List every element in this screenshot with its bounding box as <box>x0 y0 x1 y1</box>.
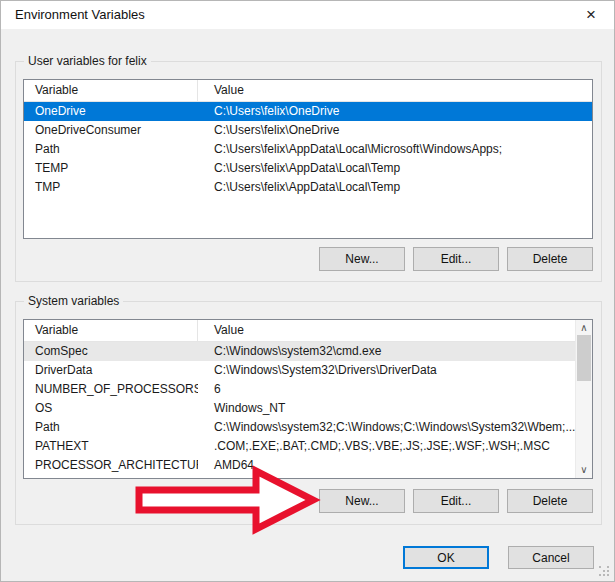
table-row[interactable]: DriverDataC:\Windows\System32\Drivers\Dr… <box>24 361 592 380</box>
table-row[interactable]: PROCESSOR_ARCHITECTUREAMD64 <box>24 456 592 475</box>
table-body: OneDriveC:\Users\felix\OneDriveOneDriveC… <box>24 102 592 197</box>
table-row[interactable]: OneDriveConsumerC:\Users\felix\OneDrive <box>24 121 592 140</box>
scroll-down-icon[interactable]: ∨ <box>576 462 592 478</box>
table-row[interactable]: PathC:\Users\felix\AppData\Local\Microso… <box>24 140 592 159</box>
variable-cell: OS <box>24 399 198 418</box>
table-header: Variable Value <box>24 80 592 102</box>
column-header-variable[interactable]: Variable <box>24 320 198 341</box>
value-cell: C:\Users\felix\OneDrive <box>198 121 592 140</box>
environment-variables-dialog: Environment Variables × User variables f… <box>0 0 615 582</box>
user-delete-button[interactable]: Delete <box>507 247 593 271</box>
column-header-variable[interactable]: Variable <box>24 80 198 101</box>
variable-cell: DriverData <box>24 361 198 380</box>
column-header-value[interactable]: Value <box>198 80 592 101</box>
system-variables-table[interactable]: Variable Value ComSpecC:\Windows\system3… <box>23 319 593 479</box>
value-cell: C:\Users\felix\AppData\Local\Temp <box>198 178 592 197</box>
value-cell: AMD64 <box>198 456 575 475</box>
value-cell: C:\Users\felix\AppData\Local\Temp <box>198 159 592 178</box>
value-cell: C:\Users\felix\AppData\Local\Microsoft\W… <box>198 140 592 159</box>
value-cell: 6 <box>198 380 575 399</box>
system-delete-button[interactable]: Delete <box>507 489 593 513</box>
user-variables-table[interactable]: Variable Value OneDriveC:\Users\felix\On… <box>23 79 593 239</box>
table-row[interactable]: NUMBER_OF_PROCESSORS6 <box>24 380 592 399</box>
system-variables-label: System variables <box>24 294 123 308</box>
value-cell: C:\Windows\system32\cmd.exe <box>198 342 575 361</box>
table-row[interactable]: PathC:\Windows\system32;C:\Windows;C:\Wi… <box>24 418 592 437</box>
table-row[interactable]: PATHEXT.COM;.EXE;.BAT;.CMD;.VBS;.VBE;.JS… <box>24 437 592 456</box>
variable-cell: PATHEXT <box>24 437 198 456</box>
variable-cell: TMP <box>24 178 198 197</box>
variable-cell: PROCESSOR_ARCHITECTURE <box>24 456 198 475</box>
value-cell: C:\Users\felix\OneDrive <box>198 102 592 121</box>
vertical-scrollbar[interactable]: ∧ ∨ <box>575 320 592 478</box>
variable-cell: Path <box>24 140 198 159</box>
value-cell: Windows_NT <box>198 399 575 418</box>
table-row[interactable]: TMPC:\Users\felix\AppData\Local\Temp <box>24 178 592 197</box>
system-new-button[interactable]: New... <box>319 489 405 513</box>
table-header: Variable Value <box>24 320 592 342</box>
variable-cell: OneDrive <box>24 102 198 121</box>
user-edit-button[interactable]: Edit... <box>413 247 499 271</box>
variable-cell: TEMP <box>24 159 198 178</box>
value-cell: C:\Windows\System32\Drivers\DriverData <box>198 361 575 380</box>
value-cell: .COM;.EXE;.BAT;.CMD;.VBS;.VBE;.JS;.JSE;.… <box>198 437 575 456</box>
user-new-button[interactable]: New... <box>319 247 405 271</box>
window-title: Environment Variables <box>15 1 145 29</box>
variable-cell: ComSpec <box>24 342 198 361</box>
title-bar: Environment Variables × <box>1 1 614 29</box>
scroll-up-icon[interactable]: ∧ <box>576 320 592 336</box>
value-cell: C:\Windows\system32;C:\Windows;C:\Window… <box>198 418 575 437</box>
user-variables-label: User variables for felix <box>24 54 151 68</box>
table-row[interactable]: TEMPC:\Users\felix\AppData\Local\Temp <box>24 159 592 178</box>
column-header-value[interactable]: Value <box>198 320 575 341</box>
resize-grip[interactable] <box>599 566 609 576</box>
close-icon[interactable]: × <box>574 1 608 29</box>
system-edit-button[interactable]: Edit... <box>413 489 499 513</box>
cancel-button[interactable]: Cancel <box>508 546 594 569</box>
variable-cell: Path <box>24 418 198 437</box>
table-row[interactable]: OSWindows_NT <box>24 399 592 418</box>
scrollbar-thumb[interactable] <box>577 335 591 381</box>
table-row[interactable]: ComSpecC:\Windows\system32\cmd.exe <box>24 342 592 361</box>
variable-cell: NUMBER_OF_PROCESSORS <box>24 380 198 399</box>
table-body: ComSpecC:\Windows\system32\cmd.exeDriver… <box>24 342 592 475</box>
variable-cell: OneDriveConsumer <box>24 121 198 140</box>
table-row[interactable]: OneDriveC:\Users\felix\OneDrive <box>24 102 592 121</box>
ok-button[interactable]: OK <box>403 546 489 569</box>
